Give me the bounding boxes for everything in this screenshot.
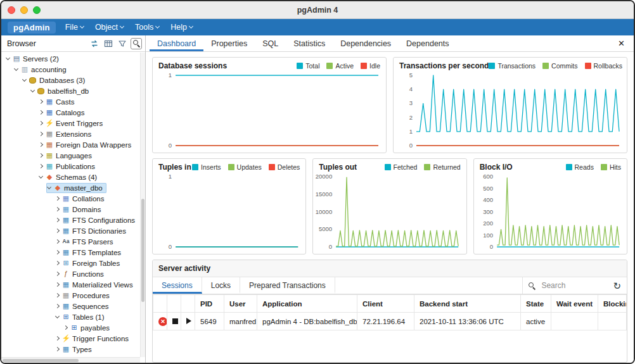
expand-chevron-icon[interactable] <box>39 121 43 125</box>
legend-updates: Updates <box>228 163 262 171</box>
expand-chevron-icon[interactable] <box>55 196 60 201</box>
collapse-chevron-icon[interactable] <box>14 66 18 71</box>
expand-chevron-icon[interactable] <box>55 229 60 233</box>
expand-chevron-icon[interactable] <box>39 153 43 158</box>
expand-chevron-icon[interactable] <box>39 164 43 168</box>
expand-chevron-icon[interactable] <box>39 99 43 104</box>
tree-item-catalogs[interactable]: ▦Catalogs <box>1 107 145 118</box>
legend-swatch-icon <box>542 63 549 69</box>
tree-item-master-dbo[interactable]: ◆master_dbo <box>1 182 145 193</box>
tree-item-trigger-functions[interactable]: ⚡Trigger Functions <box>1 333 145 344</box>
collapse-chevron-icon[interactable] <box>55 314 60 318</box>
tree-item-extensions[interactable]: ▦Extensions <box>1 129 145 139</box>
tree-item-accounting[interactable]: ▥accounting <box>1 64 145 75</box>
collapse-chevron-icon[interactable] <box>39 174 43 179</box>
tree-item-babelfish-db[interactable]: babelfish_db <box>1 85 145 96</box>
tree-item-databases-3[interactable]: Databases (3) <box>1 75 145 85</box>
expand-chevron-icon[interactable] <box>55 336 60 341</box>
collapse-chevron-icon[interactable] <box>47 185 51 189</box>
expand-chevron-icon[interactable] <box>63 325 68 330</box>
tree-item-publications[interactable]: ▦Publications <box>1 161 145 172</box>
col-blank <box>181 295 195 313</box>
cell-wait-event <box>551 313 598 330</box>
tree-item-languages[interactable]: ▦Languages <box>1 150 145 161</box>
cell-terminate-session-icon: ✕ <box>153 313 167 330</box>
tree-vertical-scrollbar[interactable] <box>140 53 145 357</box>
grid-icon[interactable] <box>103 38 114 49</box>
expand-chevron-icon[interactable] <box>55 293 60 298</box>
activity-tab-prepared-transactions[interactable]: Prepared Transactions <box>240 277 335 294</box>
expand-chevron-icon[interactable] <box>39 132 43 136</box>
expand-chevron-icon[interactable] <box>39 110 43 115</box>
collapse-chevron-icon[interactable] <box>6 56 10 60</box>
foreign-data-wrappers-icon: ▦ <box>45 141 54 149</box>
expand-chevron-icon[interactable] <box>55 282 60 287</box>
tree-item-foreign-tables[interactable]: ⊞Foreign Tables <box>1 258 145 268</box>
expand-chevron-icon[interactable] <box>55 239 60 244</box>
svg-text:10000: 10000 <box>316 208 332 215</box>
minimize-window-button[interactable] <box>20 6 28 14</box>
tab-sql[interactable]: SQL <box>255 35 286 51</box>
tree-item-materialized-views[interactable]: ▦Materialized Views <box>1 279 145 290</box>
expand-chevron-icon[interactable] <box>55 250 60 254</box>
tree-item-procedures[interactable]: ▦Procedures <box>1 290 145 301</box>
activity-tab-sessions[interactable]: Sessions <box>153 277 202 294</box>
cancel-query-icon[interactable] <box>172 318 178 324</box>
tree-item-content: ▦Languages <box>38 151 96 161</box>
refresh-icon[interactable]: ↻ <box>613 281 621 291</box>
tab-statistics[interactable]: Statistics <box>286 35 333 51</box>
tree-horizontal-scrollbar[interactable] <box>1 357 140 363</box>
tree-item-fts-parsers[interactable]: AaFTS Parsers <box>1 236 145 247</box>
close-panel-icon[interactable]: ✕ <box>613 39 630 48</box>
tab-dependents[interactable]: Dependents <box>399 35 456 51</box>
tree-item-tables-1[interactable]: ⊞Tables (1) <box>1 311 145 322</box>
legend-active: Active <box>326 62 354 70</box>
horizontal-scrollbar-thumb[interactable] <box>3 359 79 362</box>
sync-icon[interactable] <box>89 38 100 49</box>
tree-item-servers-2[interactable]: ▤Servers (2) <box>1 53 145 64</box>
collapse-chevron-icon[interactable] <box>30 88 35 92</box>
menu-help[interactable]: Help <box>165 19 198 35</box>
tree-item-fts-configurations[interactable]: ▦FTS Configurations <box>1 215 145 225</box>
tree-item-fts-templates[interactable]: ▦FTS Templates <box>1 247 145 258</box>
tree-item-payables[interactable]: ⊞payables <box>1 322 145 333</box>
terminate-session-icon[interactable]: ✕ <box>158 317 167 326</box>
tree-item-foreign-data-wrappers[interactable]: ▦Foreign Data Wrappers <box>1 139 145 150</box>
expand-chevron-icon[interactable] <box>39 142 43 147</box>
tree-item-event-triggers[interactable]: ⚡Event Triggers <box>1 118 145 129</box>
tab-dependencies[interactable]: Dependencies <box>333 35 399 51</box>
close-window-button[interactable] <box>8 6 15 14</box>
expand-row-icon[interactable] <box>186 318 191 324</box>
expand-chevron-icon[interactable] <box>55 304 60 308</box>
filter-icon[interactable] <box>117 38 128 49</box>
tree-item-domains[interactable]: ▦Domains <box>1 204 145 215</box>
tree-item-collations[interactable]: ▦Collations <box>1 193 145 204</box>
expand-chevron-icon[interactable] <box>55 207 60 211</box>
legend-label: Reads <box>575 163 594 171</box>
menu-tools[interactable]: Tools <box>129 19 165 35</box>
tree-item-sequences[interactable]: ▦Sequences <box>1 301 145 311</box>
menu-object[interactable]: Object <box>89 19 129 35</box>
search-input[interactable] <box>540 280 608 291</box>
zoom-window-button[interactable] <box>33 6 41 14</box>
activity-tab-locks[interactable]: Locks <box>202 277 240 294</box>
browser-panel: Browser ▤Servers (2)▥accountingDatabases… <box>1 35 146 363</box>
collapse-chevron-icon[interactable] <box>22 77 27 82</box>
menu-file[interactable]: File <box>60 19 89 35</box>
expand-chevron-icon[interactable] <box>55 347 60 351</box>
tree-item-types[interactable]: ▦Types <box>1 344 145 355</box>
chevron-down-icon <box>120 24 124 28</box>
tree-item-schemas-4[interactable]: ◆Schemas (4) <box>1 172 145 182</box>
tab-properties[interactable]: Properties <box>203 35 255 51</box>
tab-dashboard[interactable]: Dashboard <box>150 35 203 51</box>
tree-item-fts-dictionaries[interactable]: ▦FTS Dictionaries <box>1 225 145 236</box>
search-icon[interactable] <box>131 38 142 49</box>
panel-block-i-o: Block I/OReadsHits6005004003002001000 <box>473 158 627 254</box>
legend-fetched: Fetched <box>385 163 418 171</box>
expand-chevron-icon[interactable] <box>55 218 60 222</box>
expand-chevron-icon[interactable] <box>55 272 60 276</box>
expand-chevron-icon[interactable] <box>55 261 60 265</box>
tree-item-functions[interactable]: ƒFunctions <box>1 268 145 279</box>
vertical-scrollbar-thumb[interactable] <box>141 199 144 303</box>
tree-item-casts[interactable]: ▦Casts <box>1 96 145 107</box>
